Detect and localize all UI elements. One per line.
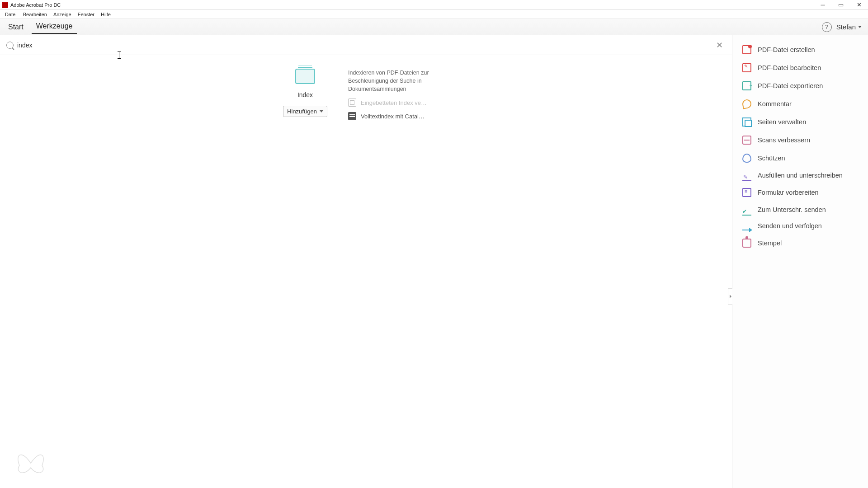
embedded-index-icon (348, 99, 356, 107)
prepare-form-icon (742, 188, 751, 197)
comment-icon (741, 99, 752, 109)
tool-name: Index (297, 91, 313, 99)
menu-anzeige[interactable]: Anzeige (50, 11, 75, 18)
sidebar-label: Formular vorbereiten (758, 189, 819, 196)
menu-bar: Datei Bearbeiten Anzeige Fenster Hilfe (0, 10, 868, 19)
tab-start[interactable]: Start (4, 21, 28, 33)
collapse-sidebar-button[interactable] (728, 288, 732, 305)
sidebar-label: PDF-Datei exportieren (758, 82, 823, 89)
sidebar-label: Zum Unterschr. senden (758, 206, 826, 213)
sidebar-item-ausfuellen[interactable]: Ausfüllen und unterschreiben (732, 167, 868, 183)
tabs-bar: Start Werkzeuge ? Stefan (0, 19, 868, 35)
add-tool-button[interactable]: Hinzufügen (283, 106, 327, 117)
export-pdf-icon (742, 81, 751, 90)
sidebar-item-pdf-exportieren[interactable]: PDF-Datei exportieren (732, 77, 868, 95)
sidebar-item-senden-verfolgen[interactable]: Senden und verfolgen (732, 218, 868, 234)
user-menu[interactable]: Stefan (836, 23, 864, 31)
sidebar-item-unterschr-senden[interactable]: Zum Unterschr. senden (732, 202, 868, 218)
sidebar-item-seiten-verwalten[interactable]: Seiten verwalten (732, 113, 868, 131)
tool-search-row: ✕ (0, 35, 732, 55)
sidebar-label: Seiten verwalten (758, 118, 806, 126)
menu-bearbeiten[interactable]: Bearbeiten (20, 11, 50, 18)
chevron-down-icon (320, 110, 323, 113)
subtool-embedded-index: Eingebetteten Index ve… (348, 99, 466, 107)
sidebar-label: Kommentar (758, 100, 792, 108)
sidebar-label: Stempel (758, 239, 782, 247)
index-tool-icon (295, 69, 315, 84)
window-title: Adobe Acrobat Pro DC (10, 2, 61, 8)
maximize-button[interactable]: ▭ (832, 0, 850, 10)
enhance-scans-icon (742, 136, 751, 145)
sidebar-item-pdf-erstellen[interactable]: PDF-Datei erstellen (732, 41, 868, 59)
sidebar-label: PDF-Datei erstellen (758, 46, 815, 53)
subtool-label: Volltextindex mit Catal… (361, 113, 425, 120)
organize-pages-icon (742, 117, 751, 127)
clear-search-button[interactable]: ✕ (713, 39, 726, 51)
edit-pdf-icon (742, 63, 751, 72)
sidebar-label: Scans verbessern (758, 136, 810, 144)
main-area: ✕ Index Hinzufügen Indexieren von PDF-Da… (0, 35, 868, 488)
sidebar-item-stempel[interactable]: Stempel (732, 234, 868, 252)
add-tool-label: Hinzufügen (287, 108, 317, 115)
sidebar-label: Senden und verfolgen (758, 222, 822, 230)
app-icon (2, 2, 8, 8)
sidebar-item-schuetzen[interactable]: Schützen (732, 149, 868, 167)
create-pdf-icon (742, 45, 751, 54)
tool-card-index[interactable]: Index Hinzufügen (280, 69, 330, 120)
subtool-label: Eingebetteten Index ve… (361, 99, 427, 106)
minimize-button[interactable]: ─ (814, 0, 832, 10)
subtool-fulltext-catalog[interactable]: Volltextindex mit Catal… (348, 112, 466, 120)
content-pane: ✕ Index Hinzufügen Indexieren von PDF-Da… (0, 35, 732, 488)
sidebar-label: Schützen (758, 155, 785, 162)
help-icon[interactable]: ? (822, 22, 832, 32)
close-button[interactable]: ✕ (850, 0, 868, 10)
catalog-icon (348, 112, 356, 120)
tool-search-input[interactable] (17, 42, 710, 49)
sidebar-item-pdf-bearbeiten[interactable]: PDF-Datei bearbeiten (732, 59, 868, 77)
results-area: Index Hinzufügen Indexieren von PDF-Date… (0, 55, 732, 488)
search-icon (6, 42, 14, 49)
menu-fenster[interactable]: Fenster (75, 11, 98, 18)
sidebar-label: Ausfüllen und unterschreiben (758, 172, 843, 179)
window-controls: ─ ▭ ✕ (814, 0, 868, 10)
menu-datei[interactable]: Datei (2, 11, 20, 18)
fill-sign-icon (742, 180, 751, 181)
stamp-icon (742, 239, 751, 248)
menu-hilfe[interactable]: Hilfe (98, 11, 114, 18)
sidebar-item-kommentar[interactable]: Kommentar (732, 95, 868, 113)
send-sign-icon (742, 215, 751, 216)
user-name: Stefan (836, 23, 856, 31)
protect-icon (742, 154, 751, 163)
title-bar: Adobe Acrobat Pro DC ─ ▭ ✕ (0, 0, 868, 10)
tab-werkzeuge[interactable]: Werkzeuge (32, 20, 77, 34)
tool-details: Indexieren von PDF-Dateien zur Beschleun… (348, 69, 466, 120)
tools-sidebar: PDF-Datei erstellen PDF-Datei bearbeiten… (732, 35, 868, 488)
butterfly-watermark-icon (13, 447, 49, 479)
send-track-icon (742, 230, 751, 230)
sidebar-item-scans-verbessern[interactable]: Scans verbessern (732, 131, 868, 149)
sidebar-label: PDF-Datei bearbeiten (758, 64, 821, 71)
sidebar-item-formular[interactable]: Formular vorbereiten (732, 183, 868, 202)
tool-result: Index Hinzufügen Indexieren von PDF-Date… (280, 69, 732, 120)
tool-description: Indexieren von PDF-Dateien zur Beschleun… (348, 69, 466, 93)
chevron-down-icon (858, 26, 862, 28)
